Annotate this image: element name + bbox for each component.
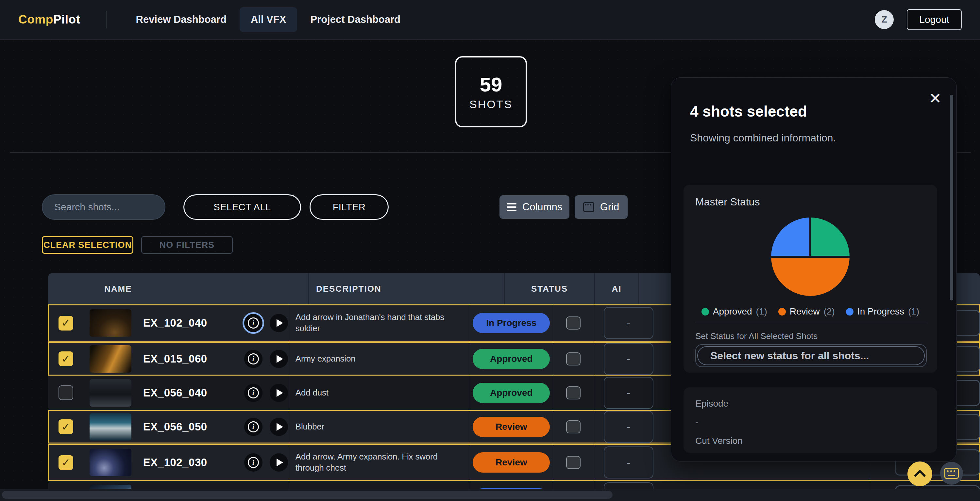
ai-checkbox[interactable] <box>566 317 581 330</box>
shot-thumbnail[interactable] <box>89 379 131 407</box>
shot-meta-card: Episode-Cut Version <box>684 387 937 453</box>
column-header-ai[interactable]: AI <box>594 273 638 304</box>
play-button[interactable] <box>270 418 288 436</box>
status-badge[interactable]: Approved <box>473 383 550 403</box>
legend-dot <box>778 308 786 316</box>
status-pie-chart <box>771 217 850 296</box>
shot-name: EX_056_050 <box>143 421 207 433</box>
nav-tabs: Review DashboardAll VFXProject Dashboard <box>125 7 412 32</box>
play-button[interactable] <box>270 384 288 402</box>
play-button[interactable] <box>270 350 288 368</box>
legend-item-review: Review (2) <box>778 306 835 317</box>
selection-details-panel: ✕ 4 shots selected Showing combined info… <box>671 78 957 461</box>
info-button[interactable]: i <box>244 314 262 332</box>
row-checkbox[interactable]: ✓ <box>59 419 73 434</box>
info-button[interactable]: i <box>244 384 262 402</box>
logout-button[interactable]: Logout <box>907 9 962 30</box>
table-row[interactable]: EX_056_010 i Add dust In Progress - <box>48 481 980 489</box>
user-avatar[interactable]: Z <box>875 10 894 29</box>
grid-icon <box>583 202 594 212</box>
version-minus-button[interactable]: - <box>604 482 654 489</box>
version-minus-button[interactable]: - <box>604 343 654 375</box>
shot-name: EX_102_030 <box>143 456 207 469</box>
shot-thumbnail[interactable] <box>89 309 131 337</box>
ai-checkbox[interactable] <box>566 420 581 433</box>
row-checkbox[interactable]: ✓ <box>59 455 73 470</box>
legend-dot <box>702 308 709 316</box>
column-header-status[interactable]: STATUS <box>504 273 594 304</box>
play-button[interactable] <box>270 453 288 472</box>
pie-legend: Approved (1)Review (2)In Progress (1) <box>684 306 937 317</box>
panel-scrollbar[interactable] <box>950 95 953 300</box>
shot-description: Add arrow in Jonathan's hand that stabs … <box>288 304 470 342</box>
version-minus-button[interactable]: - <box>604 411 654 443</box>
panel-title: 4 shots selected <box>690 103 807 120</box>
shot-name: EX_015_060 <box>143 353 207 365</box>
list-icon <box>507 203 517 211</box>
app-root: CompPilot Review DashboardAll VFXProject… <box>0 0 980 501</box>
master-status-title: Master Status <box>695 196 760 208</box>
shot-thumbnail[interactable] <box>89 413 131 441</box>
search-input[interactable] <box>42 194 165 220</box>
chevron-up-icon <box>914 470 926 482</box>
horizontal-scrollbar-thumb[interactable] <box>2 491 612 499</box>
scroll-to-top-button[interactable] <box>907 461 932 486</box>
panel-subtitle: Showing combined information. <box>690 132 836 144</box>
play-button[interactable] <box>270 314 288 332</box>
info-button[interactable]: i <box>244 350 262 368</box>
shot-thumbnail[interactable] <box>89 345 131 373</box>
keyboard-shortcuts-button[interactable] <box>940 462 963 485</box>
version-minus-button[interactable]: - <box>604 377 654 409</box>
legend-item-in-progress: In Progress (1) <box>846 306 919 317</box>
shot-counter-card: 59 SHOTS <box>455 56 527 127</box>
close-icon[interactable]: ✕ <box>929 91 942 106</box>
master-status-card: Master Status Approved (1)Review (2)In P… <box>684 185 937 373</box>
column-header-name[interactable]: NAME <box>48 273 308 304</box>
version-select[interactable] <box>895 485 980 489</box>
nav-right: Z Logout <box>875 9 962 30</box>
horizontal-scrollbar-track[interactable] <box>0 489 980 501</box>
status-badge[interactable]: In Progress <box>473 313 550 333</box>
info-button[interactable]: i <box>244 418 262 436</box>
columns-button[interactable]: Columns <box>500 195 570 219</box>
card-divider <box>695 322 928 322</box>
shot-thumbnail[interactable] <box>89 485 131 489</box>
shot-thumbnail[interactable] <box>89 449 131 476</box>
grid-button-label: Grid <box>600 201 619 213</box>
logo-suffix: Pilot <box>53 13 80 26</box>
column-header-description[interactable]: DESCRIPTION <box>308 273 504 304</box>
version-minus-button[interactable]: - <box>604 307 654 339</box>
app-logo: CompPilot <box>18 13 80 27</box>
status-badge[interactable]: Approved <box>473 349 550 369</box>
legend-dot <box>846 308 853 316</box>
filter-button[interactable]: FILTER <box>310 194 389 220</box>
select-all-button[interactable]: SELECT ALL <box>183 194 301 220</box>
status-select-placeholder: Select new status for all shots... <box>697 346 925 365</box>
status-select[interactable]: Select new status for all shots... <box>695 344 927 367</box>
nav-divider <box>106 11 107 29</box>
status-badge[interactable]: Review <box>473 417 550 437</box>
shot-description: Add dust <box>288 481 470 489</box>
set-status-label: Set Status for All Selected Shots <box>695 331 818 341</box>
shot-description: Add arrow. Army expansion. Fix sword thr… <box>288 444 470 481</box>
info-button[interactable]: i <box>244 453 262 472</box>
nav-tab-project-dashboard[interactable]: Project Dashboard <box>299 7 412 32</box>
ai-checkbox[interactable] <box>566 456 581 469</box>
status-badge[interactable]: Review <box>473 452 550 472</box>
keyboard-icon <box>944 468 959 479</box>
grid-button[interactable]: Grid <box>575 195 628 219</box>
clear-selection-button[interactable]: CLEAR SELECTION <box>42 236 134 254</box>
version-minus-button[interactable]: - <box>604 447 654 479</box>
row-checkbox[interactable]: ✓ <box>59 351 73 366</box>
ai-checkbox[interactable] <box>566 386 581 400</box>
ai-checkbox[interactable] <box>566 352 581 365</box>
field-value-episode: - <box>695 417 743 428</box>
field-label-cut-version: Cut Version <box>695 436 743 446</box>
row-checkbox[interactable]: ✓ <box>59 316 73 331</box>
nav-tab-review-dashboard[interactable]: Review Dashboard <box>125 7 238 32</box>
shot-count: 59 <box>480 73 503 96</box>
shot-description: Army expansion <box>288 342 470 376</box>
row-checkbox[interactable] <box>59 385 73 400</box>
nav-tab-all-vfx[interactable]: All VFX <box>240 7 298 32</box>
legend-item-approved: Approved (1) <box>702 306 767 317</box>
